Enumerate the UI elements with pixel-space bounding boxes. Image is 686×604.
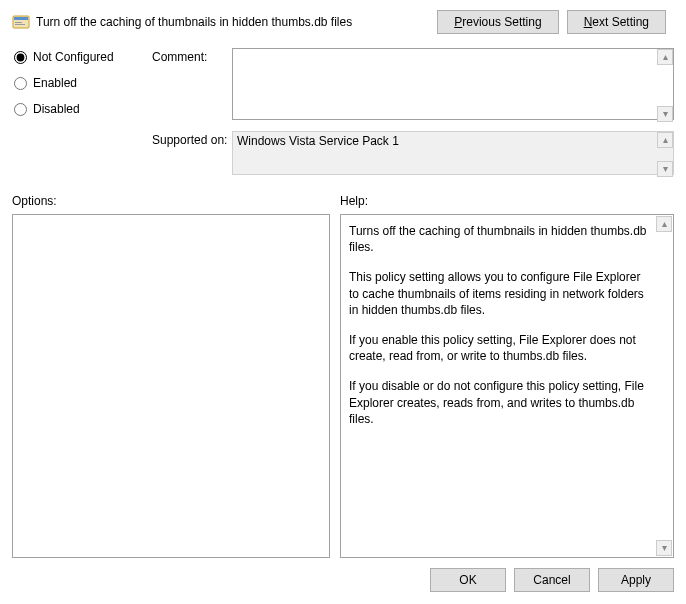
comment-scroll-down[interactable]: ▾ (657, 106, 673, 122)
radio-enabled[interactable]: Enabled (12, 76, 152, 90)
help-text: Turns off the caching of thumbnails in h… (349, 223, 649, 255)
help-panel: Turns off the caching of thumbnails in h… (340, 214, 674, 558)
apply-button[interactable]: Apply (598, 568, 674, 592)
svg-rect-3 (15, 24, 25, 25)
help-scroll-down[interactable]: ▾ (656, 540, 672, 556)
help-text: If you disable or do not configure this … (349, 378, 649, 427)
radio-not-configured[interactable]: Not Configured (12, 50, 152, 64)
comment-textarea[interactable] (232, 48, 674, 120)
options-panel (12, 214, 330, 558)
previous-setting-button[interactable]: Previous Setting (437, 10, 558, 34)
cancel-button[interactable]: Cancel (514, 568, 590, 592)
comment-label: Comment: (152, 48, 232, 64)
radio-disabled[interactable]: Disabled (12, 102, 152, 116)
next-setting-button[interactable]: Next Setting (567, 10, 666, 34)
help-text: This policy setting allows you to config… (349, 269, 649, 318)
policy-icon (12, 13, 30, 31)
supported-on-textarea (232, 131, 674, 175)
svg-rect-1 (14, 17, 28, 20)
policy-title: Turn off the caching of thumbnails in hi… (36, 15, 437, 29)
options-label: Options: (12, 194, 330, 208)
supported-scroll-up[interactable]: ▴ (657, 132, 673, 148)
help-text: If you enable this policy setting, File … (349, 332, 649, 364)
help-label: Help: (340, 194, 674, 208)
supported-scroll-down[interactable]: ▾ (657, 161, 673, 177)
comment-scroll-up[interactable]: ▴ (657, 49, 673, 65)
ok-button[interactable]: OK (430, 568, 506, 592)
supported-on-label: Supported on: (152, 131, 232, 147)
svg-rect-2 (15, 22, 22, 23)
help-scroll-up[interactable]: ▴ (656, 216, 672, 232)
